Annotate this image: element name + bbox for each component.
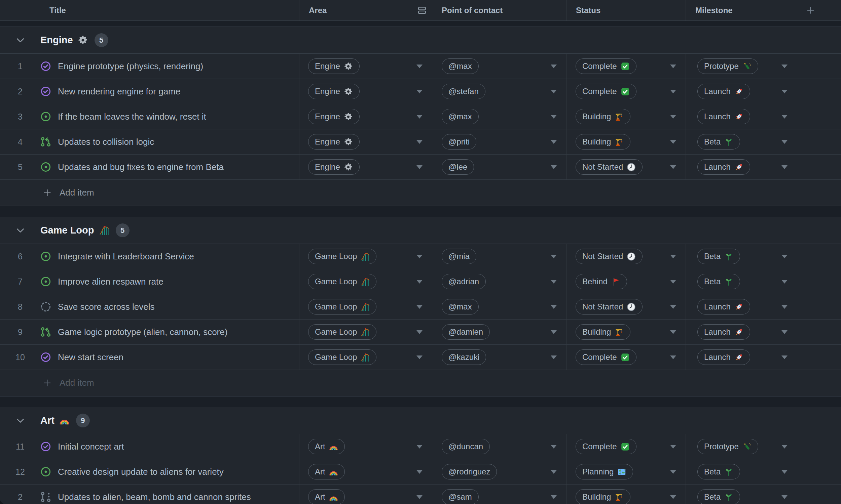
dropdown-caret-icon[interactable] <box>670 470 676 474</box>
area-cell[interactable]: Engine <box>299 129 432 154</box>
item-title[interactable]: Initial concept art <box>58 442 124 452</box>
milestone-pill[interactable]: Prototype <box>697 58 758 74</box>
area-cell[interactable]: Engine <box>299 155 432 179</box>
milestone-pill[interactable]: Beta <box>697 134 740 149</box>
point-of-contact-cell[interactable]: @priti <box>432 129 566 154</box>
dropdown-caret-icon[interactable] <box>670 495 676 499</box>
dropdown-caret-icon[interactable] <box>670 356 676 359</box>
title-cell[interactable]: 2 New rendering engine for game <box>0 79 299 104</box>
milestone-cell[interactable]: Launch <box>686 294 797 319</box>
point-of-contact-pill[interactable]: @rodriguez <box>442 464 497 480</box>
point-of-contact-cell[interactable]: @max <box>432 104 566 129</box>
item-title[interactable]: New start screen <box>58 352 123 362</box>
status-pill[interactable]: Building <box>576 109 631 124</box>
status-cell[interactable]: Building <box>566 320 686 344</box>
dropdown-caret-icon[interactable] <box>416 330 423 334</box>
dropdown-caret-icon[interactable] <box>416 280 423 284</box>
title-cell[interactable]: 12 Creative design update to aliens for … <box>0 459 299 484</box>
milestone-cell[interactable]: Beta <box>686 485 797 504</box>
milestone-cell[interactable]: Beta <box>686 269 797 294</box>
milestone-cell[interactable]: Beta <box>686 129 797 154</box>
area-cell[interactable]: Game Loop <box>299 269 432 294</box>
dropdown-caret-icon[interactable] <box>416 305 423 309</box>
point-of-contact-cell[interactable]: @stefan <box>432 79 566 104</box>
dropdown-caret-icon[interactable] <box>670 65 676 68</box>
dropdown-caret-icon[interactable] <box>551 165 557 169</box>
dropdown-caret-icon[interactable] <box>551 115 557 119</box>
dropdown-caret-icon[interactable] <box>551 65 557 68</box>
dropdown-caret-icon[interactable] <box>416 140 423 144</box>
status-pill[interactable]: Not Started <box>576 249 642 264</box>
dropdown-caret-icon[interactable] <box>416 445 423 449</box>
area-cell[interactable]: Engine <box>299 54 432 79</box>
milestone-pill[interactable]: Beta <box>697 249 740 264</box>
milestone-cell[interactable]: Launch <box>686 104 797 129</box>
title-cell[interactable]: 11 Initial concept art <box>0 434 299 459</box>
item-title[interactable]: If the beam leaves the window, reset it <box>58 111 206 122</box>
status-cell[interactable]: Building <box>566 485 686 504</box>
point-of-contact-pill[interactable]: @max <box>442 58 479 74</box>
point-of-contact-pill[interactable]: @lee <box>442 159 474 175</box>
chevron-down-icon[interactable] <box>16 418 24 423</box>
milestone-pill[interactable]: Prototype <box>697 439 758 454</box>
dropdown-caret-icon[interactable] <box>551 255 557 258</box>
milestone-cell[interactable]: Beta <box>686 459 797 484</box>
dropdown-caret-icon[interactable] <box>551 495 557 499</box>
add-column-button[interactable] <box>797 0 841 20</box>
point-of-contact-cell[interactable]: @damien <box>432 320 566 344</box>
milestone-pill[interactable]: Launch <box>697 324 750 340</box>
item-title[interactable]: Integrate with Leaderboard Service <box>58 251 194 262</box>
area-pill[interactable]: Engine <box>308 58 360 74</box>
column-header-milestone[interactable]: Milestone <box>686 0 797 20</box>
status-pill[interactable]: Not Started <box>576 299 642 314</box>
title-cell[interactable]: 4 Updates to collision logic <box>0 129 299 154</box>
point-of-contact-cell[interactable]: @max <box>432 54 566 79</box>
status-pill[interactable]: Planning <box>576 464 633 480</box>
item-title[interactable]: Save score across levels <box>58 302 155 312</box>
milestone-cell[interactable]: Beta <box>686 244 797 269</box>
dropdown-caret-icon[interactable] <box>551 356 557 359</box>
area-pill[interactable]: Engine <box>308 159 360 175</box>
title-cell[interactable]: 9 Game logic prototype (alien, cannon, s… <box>0 320 299 344</box>
status-cell[interactable]: Not Started <box>566 155 686 179</box>
dropdown-caret-icon[interactable] <box>670 90 676 93</box>
title-cell[interactable]: 5 Updates and bug fixes to engine from B… <box>0 155 299 179</box>
chevron-down-icon[interactable] <box>16 228 24 233</box>
dropdown-caret-icon[interactable] <box>416 90 423 93</box>
dropdown-caret-icon[interactable] <box>670 445 676 449</box>
status-pill[interactable]: Behind <box>576 274 627 289</box>
status-pill[interactable]: Building <box>576 134 631 149</box>
dropdown-caret-icon[interactable] <box>551 140 557 144</box>
title-cell[interactable]: 8 Save score across levels <box>0 294 299 319</box>
rows-icon[interactable] <box>417 6 427 15</box>
milestone-cell[interactable]: Launch <box>686 79 797 104</box>
item-title[interactable]: Updates to collision logic <box>58 137 154 147</box>
dropdown-caret-icon[interactable] <box>782 495 788 499</box>
point-of-contact-pill[interactable]: @kazuki <box>442 349 486 365</box>
area-cell[interactable]: Art <box>299 434 432 459</box>
title-cell[interactable]: 1 Engine prototype (physics, rendering) <box>0 54 299 79</box>
item-title[interactable]: New rendering engine for game <box>58 86 180 97</box>
status-cell[interactable]: Building <box>566 104 686 129</box>
dropdown-caret-icon[interactable] <box>551 305 557 309</box>
area-pill[interactable]: Art <box>308 464 345 480</box>
status-cell[interactable]: Planning <box>566 459 686 484</box>
milestone-cell[interactable]: Prototype <box>686 434 797 459</box>
milestone-cell[interactable]: Launch <box>686 320 797 344</box>
dropdown-caret-icon[interactable] <box>670 305 676 309</box>
area-pill[interactable]: Art <box>308 439 345 454</box>
dropdown-caret-icon[interactable] <box>551 470 557 474</box>
dropdown-caret-icon[interactable] <box>782 140 788 144</box>
area-pill[interactable]: Game Loop <box>308 324 376 340</box>
status-pill[interactable]: Complete <box>576 84 636 99</box>
milestone-pill[interactable]: Launch <box>697 109 750 124</box>
dropdown-caret-icon[interactable] <box>782 445 788 449</box>
dropdown-caret-icon[interactable] <box>782 470 788 474</box>
status-cell[interactable]: Complete <box>566 345 686 370</box>
dropdown-caret-icon[interactable] <box>782 115 788 119</box>
dropdown-caret-icon[interactable] <box>670 280 676 284</box>
dropdown-caret-icon[interactable] <box>670 140 676 144</box>
area-pill[interactable]: Art <box>308 489 345 504</box>
dropdown-caret-icon[interactable] <box>782 165 788 169</box>
item-title[interactable]: Improve alien respawn rate <box>58 276 164 287</box>
